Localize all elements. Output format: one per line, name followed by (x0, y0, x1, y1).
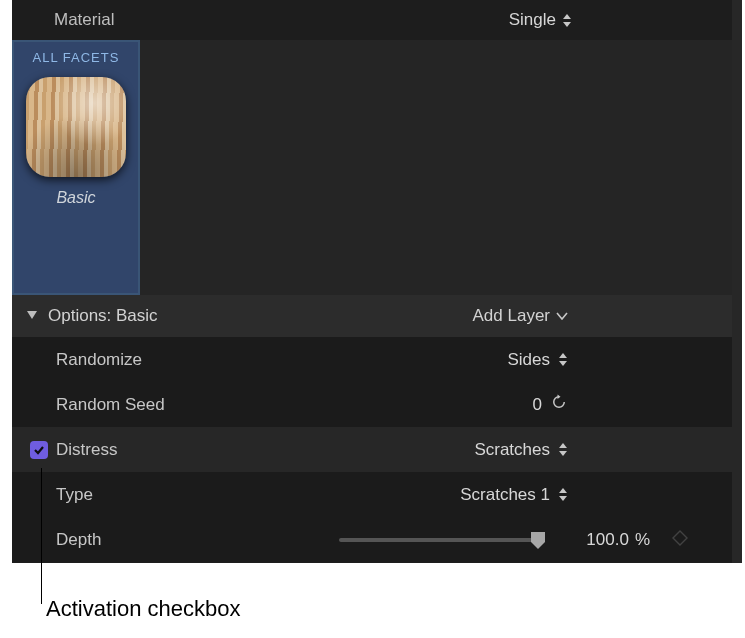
add-layer-dropdown[interactable]: Add Layer (473, 306, 569, 326)
depth-value[interactable]: 100.0 (559, 530, 629, 550)
slider-thumb-icon[interactable] (529, 530, 547, 554)
random-seed-value: 0 (533, 395, 542, 415)
random-seed-field[interactable]: 0 (533, 393, 568, 416)
randomize-value: Sides (507, 350, 550, 370)
distress-value: Scratches (474, 440, 550, 460)
material-thumbnail-label: Basic (56, 189, 95, 207)
facets-area: ALL FACETS Basic (12, 40, 732, 295)
facet-all-facets[interactable]: ALL FACETS Basic (12, 40, 140, 295)
depth-row: Depth 100.0 % (12, 517, 732, 562)
material-mode-dropdown[interactable]: Single (509, 10, 572, 30)
stepper-icon (562, 14, 572, 27)
facets-tab-label: ALL FACETS (33, 42, 120, 71)
depth-label: Depth (56, 530, 226, 550)
material-mode-value: Single (509, 10, 556, 30)
random-seed-label: Random Seed (56, 395, 226, 415)
chevron-down-icon (556, 312, 568, 320)
depth-slider[interactable] (339, 538, 539, 542)
facet-card-inner: ALL FACETS Basic (14, 42, 138, 293)
material-label: Material (54, 10, 509, 30)
stepper-icon (558, 353, 568, 366)
material-thumbnail[interactable] (26, 77, 126, 177)
material-header-row: Material Single (12, 0, 732, 40)
material-inspector-panel: Material Single ALL FACETS Basic Options… (12, 0, 732, 563)
depth-unit: % (635, 530, 650, 550)
type-value: Scratches 1 (460, 485, 550, 505)
randomize-dropdown[interactable]: Sides (378, 350, 568, 370)
type-dropdown[interactable]: Scratches 1 (378, 485, 568, 505)
callout-label: Activation checkbox (46, 596, 240, 622)
randomize-label: Randomize (56, 350, 226, 370)
options-title: Options: Basic (48, 306, 463, 326)
stepper-icon (558, 488, 568, 501)
distress-row: Distress Scratches (12, 427, 732, 472)
disclosure-triangle-icon[interactable] (26, 307, 38, 325)
add-layer-label: Add Layer (473, 306, 551, 326)
callout-leader-line (41, 468, 42, 604)
adjacent-panel-edge (732, 0, 742, 563)
keyframe-diamond-icon[interactable] (672, 530, 688, 550)
randomize-row: Randomize Sides (12, 337, 732, 382)
distress-label: Distress (56, 440, 226, 460)
type-label: Type (56, 485, 226, 505)
random-seed-row: Random Seed 0 (12, 382, 732, 427)
refresh-icon[interactable] (550, 393, 568, 416)
type-row: Type Scratches 1 (12, 472, 732, 517)
stepper-icon (558, 443, 568, 456)
distress-dropdown[interactable]: Scratches (378, 440, 568, 460)
distress-activation-checkbox[interactable] (30, 441, 48, 459)
options-header: Options: Basic Add Layer (12, 295, 732, 337)
